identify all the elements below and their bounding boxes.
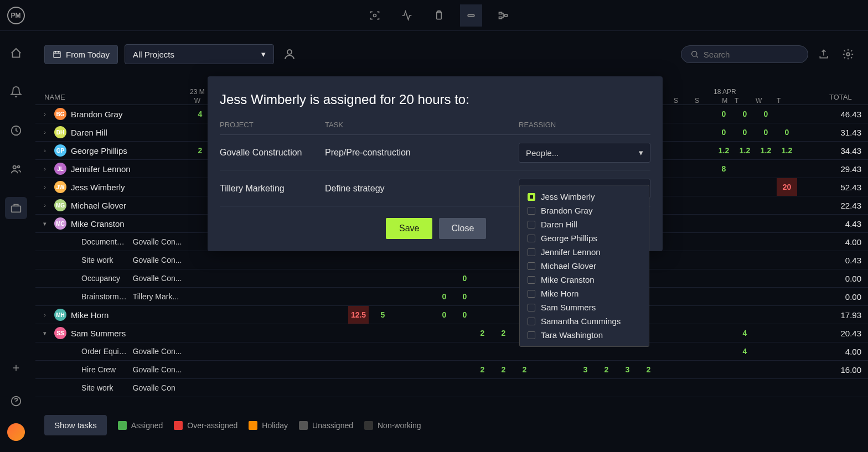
checkbox[interactable] [528,235,535,242]
workload-cell[interactable]: 0 [756,105,776,123]
task-row[interactable]: Site work Govalle Con... 0.43 [35,251,868,269]
dropdown-item[interactable]: Brandon Gray [520,204,649,217]
dropdown-item[interactable]: Jennifer Lennon [520,245,649,259]
workload-cell[interactable]: 0 [434,288,454,305]
workload-cell[interactable]: 2 [638,361,659,378]
dropdown-item[interactable]: Jess Wimberly [520,190,649,204]
user-avatar[interactable] [7,423,25,441]
dropdown-item[interactable]: Samantha Cummings [520,314,649,328]
workload-cell[interactable]: 1.2 [735,142,755,159]
workload-cell[interactable]: 4 [735,324,755,342]
workload-cell[interactable]: 3 [575,361,596,378]
checkbox[interactable] [528,304,535,311]
scan-icon[interactable] [364,4,386,27]
workload-cell[interactable]: 0 [735,105,755,123]
workload-cell[interactable]: 2 [514,361,535,378]
help-icon[interactable] [5,390,27,412]
modal-row-project: Govalle Construction [220,148,325,158]
dropdown-item[interactable]: Daren Hill [520,217,649,231]
checkbox[interactable] [528,193,535,201]
checkbox[interactable] [528,248,535,256]
close-button[interactable]: Close [439,218,486,239]
workload-cell[interactable]: 5 [373,306,393,324]
workload-cell[interactable]: 0 [454,306,475,324]
workload-cell[interactable]: 0 [434,306,454,324]
workload-cell[interactable]: 2 [493,361,514,378]
settings-icon[interactable] [839,45,857,63]
expand-icon[interactable]: › [40,111,50,117]
dropdown-item[interactable]: Mike Cranston [520,273,649,287]
clipboard-icon[interactable] [428,4,450,27]
flow-icon[interactable] [492,4,514,27]
search-box[interactable] [681,45,808,63]
save-button[interactable]: Save [386,218,432,239]
task-row[interactable]: Occupancy Govalle Con... 0 0.00 [35,269,868,288]
people-dropdown[interactable]: Jess Wimberly Brandon Gray Daren Hill Ge… [519,185,649,347]
workload-cell[interactable]: 0 [714,105,734,123]
show-tasks-button[interactable]: Show tasks [44,415,107,435]
people-select[interactable]: People...▾ [519,143,650,163]
workload-cell[interactable]: 0 [454,288,475,305]
checkbox[interactable] [528,276,535,284]
workload-cell[interactable]: 0 [735,123,755,141]
from-today-button[interactable]: From Today [44,45,118,64]
clock-icon[interactable] [5,120,27,142]
workload-cell[interactable]: 8 [714,160,734,178]
plus-icon[interactable] [5,357,27,379]
dropdown-item[interactable]: Tara Washington [520,328,649,342]
dropdown-item[interactable]: Michael Glover [520,259,649,273]
task-row[interactable]: Order Equip... Govalle Con... 4 4.00 [35,342,868,361]
checkbox[interactable] [528,221,535,228]
team-icon[interactable] [5,158,27,180]
task-row[interactable]: Hire Crew Govalle Con... 2223232 16.00 [35,361,868,379]
workload-cell[interactable]: 2 [472,324,493,342]
dropdown-item[interactable]: Mike Horn [520,287,649,300]
workload-cell[interactable]: 1.2 [777,142,797,159]
workload-cell[interactable]: 0 [756,123,776,141]
dropdown-item[interactable]: George Phillips [520,231,649,245]
export-icon[interactable] [815,45,833,63]
workload-cell[interactable]: 0 [714,123,734,141]
search-input[interactable] [704,50,799,59]
expand-icon[interactable]: › [40,311,50,318]
project-filter-select[interactable]: All Projects ▾ [125,44,274,64]
workload-cell[interactable]: 1.2 [714,142,734,159]
legend-label: Over-assigned [187,421,237,430]
checkbox[interactable] [528,331,535,339]
briefcase-icon[interactable] [5,197,27,219]
workload-cell[interactable]: 0 [454,269,475,287]
link-icon[interactable] [460,4,482,27]
task-row[interactable]: Brainstorm I... Tillery Mark... 00 0.00 [35,288,868,306]
workload-cell[interactable]: 0 [777,123,797,141]
workload-cell[interactable]: 3 [617,361,638,378]
dropdown-item[interactable]: Sam Summers [520,300,649,314]
workload-cell[interactable]: 2 [493,324,514,342]
task-row[interactable]: Site work Govalle Con [35,379,868,397]
expand-icon[interactable]: › [40,147,50,154]
bell-icon[interactable] [5,81,27,103]
activity-icon[interactable] [396,4,418,27]
user-row[interactable]: › MH Mike Horn 12.5500 17.93 [35,306,868,324]
home-icon[interactable] [5,42,27,64]
checkbox[interactable] [528,290,535,298]
user-avatar: MH [54,309,66,321]
workload-cell[interactable]: 1.2 [756,142,776,159]
expand-icon[interactable]: ▾ [40,220,50,227]
task-project: Govalle Con [133,383,182,392]
checkbox[interactable] [528,207,535,215]
checkbox[interactable] [528,262,535,270]
workload-cell[interactable]: 2 [472,361,493,378]
expand-icon[interactable]: › [40,202,50,209]
people-filter-icon[interactable] [281,45,298,63]
workload-cell[interactable]: 20 [777,178,797,196]
user-row[interactable]: ▾ SS Sam Summers 2224 20.43 [35,324,868,342]
workload-cell[interactable]: 4 [735,342,755,360]
expand-icon[interactable]: › [40,184,50,190]
expand-icon[interactable]: › [40,129,50,136]
workload-cell[interactable]: 12.5 [348,306,369,324]
expand-icon[interactable]: ▾ [40,330,50,337]
expand-icon[interactable]: › [40,165,50,172]
total-cell: 0.00 [829,274,868,283]
checkbox[interactable] [528,318,535,325]
workload-cell[interactable]: 2 [596,361,617,378]
